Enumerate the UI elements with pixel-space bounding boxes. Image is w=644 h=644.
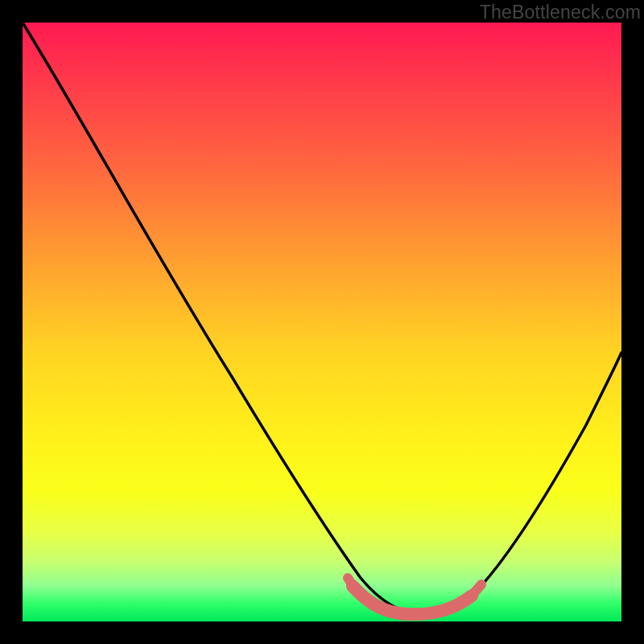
bottleneck-curve — [23, 23, 621, 621]
watermark-text: TheBottleneck.com — [480, 2, 641, 23]
curve-path — [23, 23, 621, 614]
highlight-tick-right — [470, 584, 481, 597]
chart-frame — [23, 23, 621, 621]
